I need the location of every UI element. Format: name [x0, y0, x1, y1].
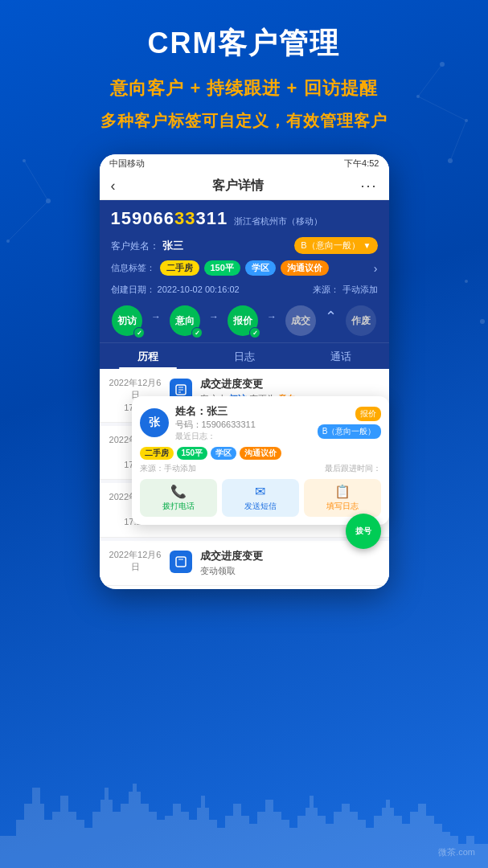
status-right: 下午4:52: [344, 158, 379, 170]
history-time-4: 2022年12月6日: [109, 549, 162, 574]
tabs-row: 历程 日志 通话: [100, 342, 389, 369]
popup-avatar: 张: [140, 408, 169, 437]
step-abandon[interactable]: 作废: [346, 305, 376, 336]
popup-info: 姓名：张三 号码：15906633311 最近日志：: [175, 404, 311, 442]
customer-location: 浙江省杭州市（移动）: [234, 215, 322, 227]
more-options-button[interactable]: ···: [360, 178, 377, 194]
step-intention[interactable]: 意向 ✓: [170, 305, 200, 336]
popup-tag-4[interactable]: 沟通议价: [240, 447, 281, 460]
check-mark-1: ✓: [133, 327, 145, 338]
subtitle-line2: 多种客户标签可自定义，有效管理客户: [16, 110, 472, 132]
dial-fab[interactable]: 拨号: [346, 514, 381, 549]
popup-badge-intention: B（意向一般）: [318, 424, 381, 439]
step-quote[interactable]: 报价 ✓: [228, 305, 258, 336]
popup-badge-quote: 报价: [355, 407, 381, 421]
history-desc-4: 变动领取: [200, 565, 379, 577]
phone-icon: 📞: [170, 484, 187, 499]
popup-tags: 二手房 150平 学区 沟通议价: [140, 447, 381, 460]
step-circle-1: 初访 ✓: [112, 305, 142, 336]
sms-button[interactable]: ✉ 发送短信: [222, 479, 299, 517]
customer-phone-number: 15906633311: [111, 208, 228, 229]
call-button[interactable]: 📞 拨打电话: [140, 479, 217, 517]
progress-section: 初访 ✓ → 意向 ✓ → 报价 ✓: [100, 299, 389, 342]
tags-row: 信息标签： 二手房 150平 学区 沟通议价 ›: [100, 257, 389, 280]
tag-school[interactable]: 学区: [245, 260, 276, 276]
popup-actions: 📞 拨打电话 ✉ 发送短信 📋 填写日志: [140, 479, 381, 517]
svg-rect-24: [176, 557, 186, 567]
history-item-4: 2022年12月6日 成交进度变更 变动领取: [100, 541, 389, 586]
detail-header: ‹ 客户详情 ···: [100, 173, 389, 200]
check-mark-2: ✓: [191, 327, 203, 338]
tag-area[interactable]: 150平: [204, 260, 240, 276]
step-arrow-3: →: [267, 311, 277, 322]
history-content-4: 成交进度变更 变动领取: [200, 549, 379, 577]
step-up-arrow: ⌃: [325, 308, 337, 326]
tab-log[interactable]: 日志: [196, 343, 293, 369]
step-arrow-1: →: [151, 311, 161, 322]
step-circle-3: 报价 ✓: [228, 305, 258, 336]
step-deal[interactable]: 成交: [285, 305, 316, 336]
log-button[interactable]: 📋 填写日志: [304, 479, 381, 517]
tab-call[interactable]: 通话: [293, 343, 389, 369]
call-label: 拨打电话: [162, 501, 195, 512]
popup-tag-1[interactable]: 二手房: [140, 447, 174, 460]
step-circle-5: 作废: [346, 305, 376, 336]
sms-label: 发送短信: [244, 501, 277, 512]
popup-tag-3[interactable]: 学区: [211, 447, 236, 460]
tags-expand-arrow[interactable]: ›: [374, 262, 378, 275]
svg-point-3: [448, 158, 453, 163]
popup-source: 来源：手动添加: [140, 463, 196, 474]
subtitle-line1: 意向客户 + 持续跟进 + 回访提醒: [16, 76, 472, 100]
page-main-title: CRM客户管理: [16, 24, 472, 63]
history-icon-4: [170, 551, 192, 573]
badge-dropdown-arrow: ▼: [363, 241, 371, 250]
popup-recent-label: 最近日志：: [175, 431, 311, 442]
log-icon: 📋: [334, 484, 351, 499]
source: 来源： 手动添加: [313, 284, 377, 296]
date-row: 创建日期： 2022-10-02 00:16:02 来源： 手动添加: [100, 280, 389, 299]
popup-customer-card: 张 姓名：张三 号码：15906633311 最近日志： 报价 B（意向一般） …: [132, 396, 389, 525]
popup-name: 姓名：张三: [175, 404, 311, 419]
tag-price[interactable]: 沟通议价: [281, 260, 329, 276]
step-arrow-2: →: [209, 311, 219, 322]
customer-name-row: 客户姓名： 张三 B（意向一般） ▼: [100, 234, 389, 257]
back-button[interactable]: ‹: [111, 178, 116, 194]
svg-point-5: [46, 199, 51, 203]
intention-badge-text: B（意向一般）: [301, 240, 359, 252]
popup-tag-2[interactable]: 150平: [177, 447, 208, 460]
tab-history[interactable]: 历程: [100, 343, 196, 369]
intention-badge[interactable]: B（意向一般） ▼: [294, 237, 377, 254]
tag-second-hand[interactable]: 二手房: [160, 260, 199, 276]
progress-steps: 初访 ✓ → 意向 ✓ → 报价 ✓: [108, 305, 381, 336]
step-circle-2: 意向 ✓: [170, 305, 200, 336]
customer-name-label: 客户姓名：: [111, 240, 159, 252]
tags-label: 信息标签：: [111, 262, 155, 274]
history-title-4: 成交进度变更: [200, 549, 379, 563]
svg-point-7: [465, 280, 468, 283]
log-label: 填写日志: [326, 501, 359, 512]
created-date: 创建日期： 2022-10-02 00:16:02: [111, 284, 240, 296]
carrier-text: 中国移动: [109, 158, 145, 170]
popup-source-row: 来源：手动添加 最后跟进时间：: [140, 463, 381, 474]
step-circle-4: 成交: [285, 305, 316, 336]
svg-point-6: [6, 240, 10, 243]
status-bar: 中国移动 下午4:52: [100, 154, 389, 173]
step-initial-visit[interactable]: 初访 ✓: [112, 305, 142, 336]
svg-line-13: [8, 201, 48, 241]
sms-icon: ✉: [255, 484, 265, 499]
customer-name-value: 张三: [162, 240, 183, 252]
popup-phone: 号码：15906633311: [175, 419, 311, 431]
svg-point-4: [23, 159, 26, 162]
popup-update-label: 最后跟进时间：: [325, 463, 381, 474]
svg-point-8: [480, 319, 485, 324]
phone-number-section: 15906633311 浙江省杭州市（移动）: [100, 200, 389, 234]
watermark: 微茶.com: [438, 846, 475, 858]
history-title-1: 成交进度变更: [200, 377, 379, 391]
detail-title: 客户详情: [212, 178, 264, 194]
popup-header: 张 姓名：张三 号码：15906633311 最近日志： 报价 B（意向一般）: [140, 404, 381, 442]
time-text: 下午4:52: [344, 158, 379, 170]
svg-line-12: [24, 161, 48, 201]
check-mark-3: ✓: [249, 327, 260, 338]
